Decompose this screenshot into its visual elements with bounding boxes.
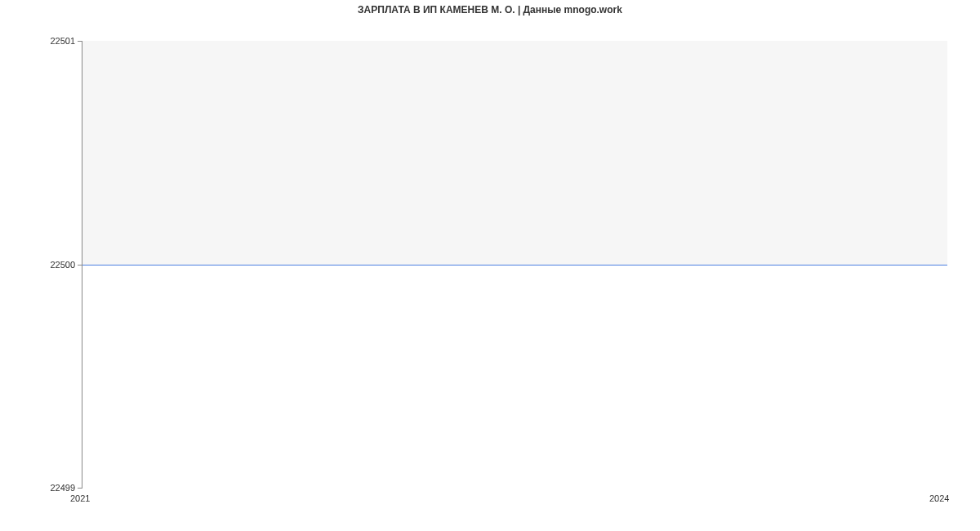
y-tick (78, 41, 82, 42)
x-axis-label: 2021 (70, 493, 90, 503)
y-axis-label: 22499 (50, 483, 75, 493)
grid-band-lower (82, 265, 947, 489)
chart-container: ЗАРПЛАТА В ИП КАМЕНЕВ М. О. | Данные mno… (0, 0, 980, 531)
data-line (82, 265, 947, 266)
y-axis-label: 22501 (50, 36, 75, 46)
chart-title: ЗАРПЛАТА В ИП КАМЕНЕВ М. О. | Данные mno… (0, 0, 980, 16)
grid-band-upper (82, 41, 947, 265)
x-axis-label: 2024 (929, 493, 949, 503)
plot-area (82, 41, 947, 489)
y-axis-label: 22500 (50, 260, 75, 270)
y-tick (78, 265, 82, 266)
y-tick (78, 488, 82, 489)
